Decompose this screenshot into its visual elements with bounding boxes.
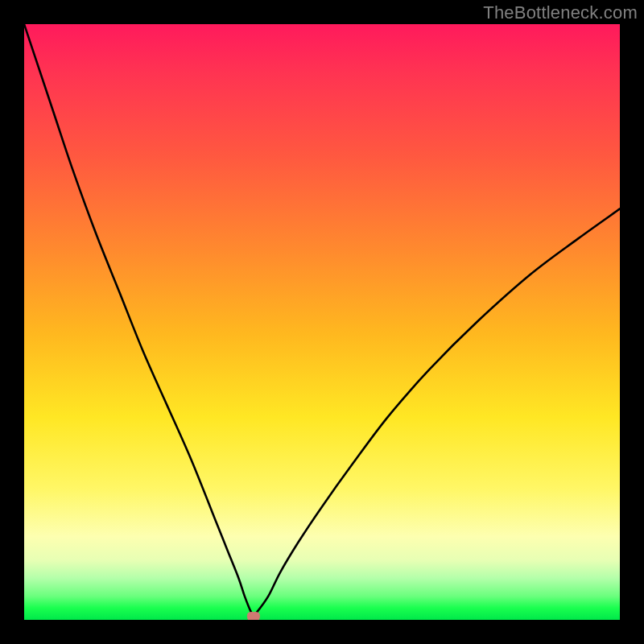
watermark-text: TheBottleneck.com [483,2,638,23]
bottleneck-curve [24,24,620,615]
curve-svg [24,24,620,620]
chart-stage: TheBottleneck.com [0,0,644,644]
plot-area [24,24,620,620]
minimum-marker [247,613,259,620]
